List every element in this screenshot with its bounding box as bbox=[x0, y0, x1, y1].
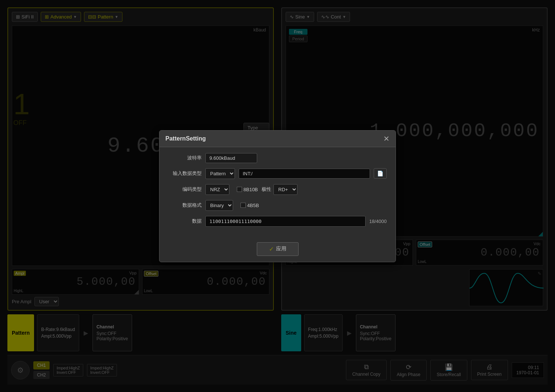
baud-row: 波特率 9.600kBaud bbox=[168, 153, 387, 163]
encode-label: 编码类型 bbox=[168, 186, 202, 193]
4b5b-checkbox[interactable] bbox=[240, 203, 246, 208]
file-icon: 📄 bbox=[377, 170, 383, 176]
input-type-select[interactable]: Pattern bbox=[205, 168, 235, 179]
baud-value: 9.600kBaud bbox=[205, 153, 257, 163]
modal-overlay: PatternSetting ✕ 波特率 9.600kBaud 输入数据类型 P… bbox=[0, 0, 555, 392]
data-label: 数据 bbox=[168, 218, 202, 224]
input-type-row: 输入数据类型 Pattern 📄 bbox=[168, 168, 387, 179]
apply-check-icon: ✓ bbox=[269, 246, 274, 253]
encode-select[interactable]: NRZ bbox=[205, 184, 229, 195]
modal-close-button[interactable]: ✕ bbox=[383, 135, 390, 142]
encode-checkboxes: 8B10B bbox=[237, 187, 258, 192]
data-format-row: 数据格式 Binary 4B5B bbox=[168, 200, 387, 211]
polarity-select[interactable]: RD+ bbox=[273, 184, 297, 195]
data-input-row: 18/4000 bbox=[205, 216, 387, 227]
input-type-label: 输入数据类型 bbox=[168, 170, 202, 177]
encode-row: 编码类型 NRZ 8B10B 极性 RD+ bbox=[168, 184, 387, 195]
pattern-setting-modal: PatternSetting ✕ 波特率 9.600kBaud 输入数据类型 P… bbox=[159, 130, 396, 262]
polarity-row: 极性 RD+ bbox=[262, 184, 297, 195]
path-input[interactable] bbox=[239, 169, 370, 179]
file-browse-button[interactable]: 📄 bbox=[374, 168, 387, 179]
data-format-select[interactable]: Binary bbox=[205, 200, 233, 211]
8b10b-checkbox-item: 8B10B bbox=[237, 187, 258, 192]
data-input-field[interactable] bbox=[205, 216, 366, 227]
baud-label: 波特率 bbox=[168, 155, 202, 161]
data-row: 数据 18/4000 bbox=[168, 216, 387, 227]
data-count: 18/4000 bbox=[369, 219, 387, 224]
apply-label: 应用 bbox=[276, 246, 286, 252]
data-format-label: 数据格式 bbox=[168, 202, 202, 209]
format-checkboxes: 4B5B bbox=[240, 203, 259, 208]
modal-title: PatternSetting bbox=[165, 135, 206, 142]
modal-body: 波特率 9.600kBaud 输入数据类型 Pattern 📄 编码类型 NRZ bbox=[159, 147, 396, 238]
apply-button[interactable]: ✓ 应用 bbox=[257, 242, 299, 256]
modal-footer: ✓ 应用 bbox=[159, 238, 396, 262]
8b10b-checkbox[interactable] bbox=[237, 187, 242, 192]
4b5b-checkbox-item: 4B5B bbox=[240, 203, 259, 208]
modal-header: PatternSetting ✕ bbox=[159, 131, 396, 147]
